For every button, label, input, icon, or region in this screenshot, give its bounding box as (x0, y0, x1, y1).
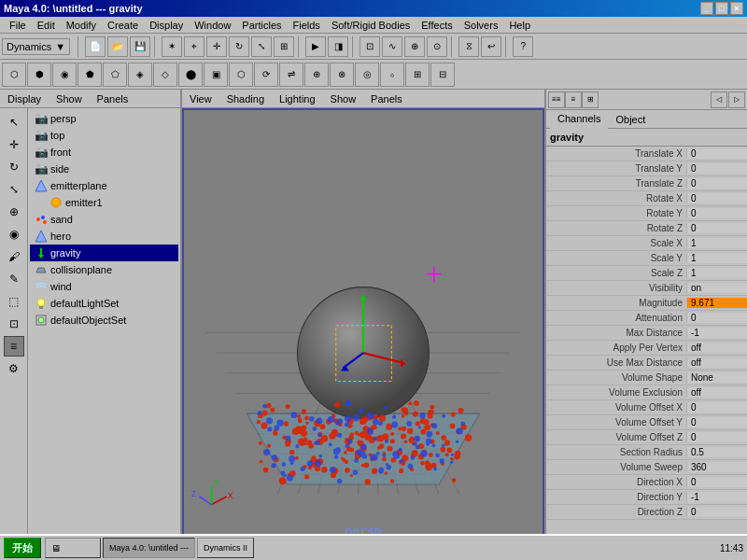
start-button[interactable]: 开始 (4, 538, 41, 558)
taskbar-item-1[interactable]: 🖥 (45, 538, 101, 558)
channel-row-volume-shape[interactable]: Volume ShapeNone (546, 371, 747, 385)
rotate-tool-icon[interactable]: ↻ (4, 157, 24, 177)
channel-value[interactable]: on (686, 283, 747, 293)
channel-row-scale-x[interactable]: Scale X1 (546, 236, 747, 251)
channel-row-direction-y[interactable]: Direction Y-1 (546, 490, 747, 505)
channel-box-icon-1[interactable]: ≡≡ (548, 91, 565, 108)
channel-value[interactable]: 0 (686, 223, 747, 233)
soft-select-icon[interactable]: ◉ (4, 224, 24, 245)
dynamics-dropdown[interactable]: Dynamics ▼ (2, 38, 70, 55)
menu-create[interactable]: Create (102, 17, 144, 34)
channel-value[interactable]: None (686, 372, 747, 383)
viewport-lighting[interactable]: Lighting (275, 91, 319, 107)
menu-softrigid[interactable]: Soft/Rigid Bodies (326, 17, 416, 34)
viewport-view[interactable]: View (186, 91, 216, 107)
shelf-btn-1[interactable]: ⬡ (2, 63, 26, 87)
menu-display[interactable]: Display (144, 17, 189, 34)
channel-row-apply-per-vertex[interactable]: Apply Per Vertexoff (546, 341, 747, 356)
rotate-tool[interactable]: ↻ (229, 36, 249, 57)
channel-row-volume-exclusion[interactable]: Volume Exclusionoff (546, 385, 747, 400)
channel-value[interactable]: -1 (686, 328, 747, 338)
close-button[interactable]: × (730, 2, 743, 15)
channel-row-visibility[interactable]: Visibilityon (546, 281, 747, 296)
menu-solvers[interactable]: Solvers (458, 17, 504, 34)
tab-channels[interactable]: Channels (550, 110, 608, 129)
render-btn[interactable]: ▶ (305, 36, 326, 57)
shelf-btn-3[interactable]: ◉ (52, 63, 77, 87)
snap-grid[interactable]: ⊡ (359, 36, 380, 57)
outliner-item-hero[interactable]: hero (30, 228, 178, 245)
channel-value[interactable]: 0 (686, 432, 747, 442)
channel-box-icon-4[interactable]: ◁ (711, 91, 727, 108)
shelf-btn-4[interactable]: ⬟ (78, 63, 102, 87)
outliner-icon[interactable]: ≡ (4, 336, 24, 357)
channel-value[interactable]: 0 (686, 507, 747, 517)
select-tool-icon[interactable]: ↖ (4, 112, 24, 133)
attribute-icon[interactable]: ⚙ (4, 358, 24, 379)
channel-value[interactable]: 0 (686, 163, 747, 174)
lasso-tool[interactable]: ⌖ (184, 36, 204, 57)
channel-value[interactable]: 0 (686, 193, 747, 203)
channel-value[interactable]: off (686, 343, 747, 353)
paint-tool-icon[interactable]: 🖌 (4, 246, 24, 267)
tab-object[interactable]: Object (608, 110, 653, 129)
universal-tool[interactable]: ⊞ (274, 36, 294, 57)
menu-help[interactable]: Help (503, 17, 536, 34)
channel-value[interactable]: off (686, 387, 747, 398)
outliner-item-gravity[interactable]: gravity (30, 245, 178, 261)
shelf-btn-13[interactable]: ⊕ (304, 63, 329, 87)
channel-box-icon-3[interactable]: ⊞ (582, 91, 599, 108)
channel-row-volume-offset-x[interactable]: Volume Offset X0 (546, 400, 747, 415)
shelf-btn-15[interactable]: ◎ (355, 63, 379, 87)
shelf-btn-7[interactable]: ◇ (153, 63, 177, 87)
shelf-btn-16[interactable]: ⬦ (380, 63, 404, 87)
outliner-item-defaultLightSet[interactable]: defaultLightSet (30, 295, 178, 312)
channel-value[interactable]: 0.5 (686, 447, 747, 457)
snap-point[interactable]: ⊕ (404, 36, 425, 57)
select-tool[interactable]: ✶ (162, 36, 182, 57)
shelf-btn-8[interactable]: ⬤ (178, 63, 203, 87)
channel-row-magnitude[interactable]: Magnitude9.671 (546, 296, 747, 311)
marquee-icon[interactable]: ⬚ (4, 291, 24, 312)
help-btn[interactable]: ? (513, 36, 533, 57)
shelf-btn-17[interactable]: ⊞ (405, 63, 430, 87)
shelf-btn-11[interactable]: ⟳ (254, 63, 278, 87)
channel-row-scale-y[interactable]: Scale Y1 (546, 251, 747, 266)
channel-row-translate-y[interactable]: Translate Y0 (546, 161, 747, 176)
menu-modify[interactable]: Modify (61, 17, 102, 34)
shelf-btn-12[interactable]: ⇌ (279, 63, 303, 87)
channel-box-icon-5[interactable]: ▷ (728, 91, 745, 108)
outliner-display[interactable]: Display (4, 91, 45, 107)
shelf-btn-18[interactable]: ⊟ (430, 63, 455, 87)
shelf-btn-5[interactable]: ⬠ (103, 63, 127, 87)
channel-value[interactable]: 0 (686, 477, 747, 487)
shelf-btn-10[interactable]: ⬡ (229, 63, 253, 87)
open-button[interactable]: 📂 (107, 36, 128, 57)
move-tool-icon[interactable]: ✛ (4, 134, 24, 155)
viewport-shading[interactable]: Shading (223, 91, 268, 107)
channel-value[interactable]: 1 (686, 253, 747, 263)
channel-value[interactable]: 1 (686, 238, 747, 248)
outliner-item-emitter1[interactable]: emitter1 (30, 194, 178, 211)
outliner-item-collisionplane[interactable]: collisionplane (30, 261, 178, 278)
menu-effects[interactable]: Effects (416, 17, 458, 34)
menu-fields[interactable]: Fields (288, 17, 326, 34)
viewport-canvas[interactable]: persp X Y Z (182, 108, 544, 547)
channel-value[interactable]: 0 (686, 178, 747, 189)
taskbar-dynamics-item[interactable]: Dynamics II (197, 538, 254, 558)
outliner-item-emitterplane[interactable]: emitterplane (30, 177, 178, 194)
channel-row-scale-z[interactable]: Scale Z1 (546, 266, 747, 281)
channel-value[interactable]: 1 (686, 268, 747, 278)
channel-row-attenuation[interactable]: Attenuation0 (546, 311, 747, 326)
shelf-btn-6[interactable]: ◈ (128, 63, 152, 87)
shelf-btn-2[interactable]: ⬢ (27, 63, 51, 87)
menu-edit[interactable]: Edit (32, 17, 61, 34)
outliner-item-front[interactable]: 📷front (30, 144, 178, 161)
channel-row-rotate-y[interactable]: Rotate Y0 (546, 206, 747, 221)
channel-box-icon-2[interactable]: ≡ (565, 91, 582, 108)
channel-row-direction-z[interactable]: Direction Z0 (546, 505, 747, 520)
channel-row-direction-x[interactable]: Direction X0 (546, 475, 747, 490)
channel-value[interactable]: 0 (686, 417, 747, 427)
history-btn[interactable]: ⧖ (458, 36, 479, 57)
ipr-btn[interactable]: ◨ (328, 36, 348, 57)
